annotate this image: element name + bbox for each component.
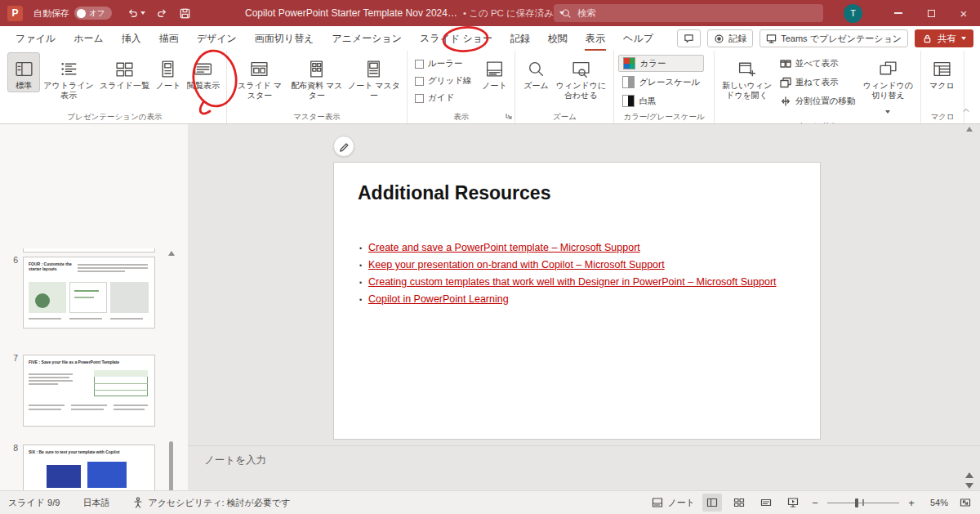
checkbox-icon[interactable] bbox=[415, 77, 424, 86]
grayscale-button[interactable]: グレースケール bbox=[618, 74, 704, 91]
tab-view[interactable]: 表示 bbox=[577, 26, 614, 51]
tab-transitions[interactable]: 画面切り替え bbox=[246, 26, 323, 51]
next-slide-button[interactable] bbox=[965, 483, 973, 489]
zoom-button[interactable]: ズーム bbox=[519, 52, 552, 92]
teams-present-button[interactable]: Teams でプレゼンテーション bbox=[760, 29, 908, 47]
redo-button[interactable] bbox=[156, 7, 168, 20]
restore-icon bbox=[928, 10, 935, 17]
zoom-out-button[interactable]: − bbox=[810, 497, 820, 509]
move-split-button[interactable]: 分割位置の移動 bbox=[776, 92, 860, 110]
fit-slide-to-window-button[interactable] bbox=[956, 494, 975, 512]
outline-view-button[interactable]: アウトライン表示 bbox=[40, 52, 97, 102]
notes-page-button[interactable]: ノート bbox=[152, 52, 185, 92]
tab-animations[interactable]: アニメーション bbox=[323, 26, 411, 51]
macros-button[interactable]: マクロ bbox=[925, 52, 958, 92]
save-status[interactable]: • この PC に保存済み bbox=[463, 7, 554, 20]
undo-dropdown-caret[interactable] bbox=[140, 11, 145, 15]
tab-home[interactable]: ホーム bbox=[65, 26, 113, 51]
notes-pane-button[interactable]: ノート bbox=[478, 52, 510, 92]
arrange-all-button[interactable]: 並べて表示 bbox=[776, 55, 860, 72]
search-box[interactable] bbox=[554, 4, 823, 22]
search-input[interactable] bbox=[577, 8, 816, 18]
ruler-checkbox[interactable]: ルーラー bbox=[415, 58, 471, 69]
hyperlink-on-brand-copilot[interactable]: Keep your presentation on-brand with Cop… bbox=[368, 259, 665, 270]
checkbox-icon[interactable] bbox=[415, 60, 424, 69]
zoom-slider[interactable] bbox=[827, 494, 899, 512]
tab-file[interactable]: ファイル bbox=[7, 26, 65, 51]
black-white-button[interactable]: 白黒 bbox=[618, 92, 704, 110]
save-button[interactable] bbox=[179, 7, 191, 20]
switch-windows-caret[interactable] bbox=[885, 102, 890, 117]
zoom-slider-thumb[interactable] bbox=[855, 498, 858, 507]
cascade-button[interactable]: 重ねて表示 bbox=[776, 74, 860, 91]
scroll-up-icon[interactable] bbox=[966, 127, 973, 132]
document-title[interactable]: Copilot PowerPoint Starter Template Nov … bbox=[245, 7, 564, 20]
powerpoint-logo-icon[interactable]: P bbox=[7, 6, 23, 21]
slide-thumbnail-panel: 6 FOUR : Customize the starter layouts 7… bbox=[0, 124, 188, 490]
new-window-button[interactable]: 新しいウィンドウを開く bbox=[719, 52, 776, 102]
tab-review[interactable]: 校閲 bbox=[539, 26, 577, 51]
lock-icon bbox=[922, 34, 933, 44]
tab-record[interactable]: 記録 bbox=[501, 26, 539, 51]
collapse-ribbon-button[interactable] bbox=[962, 103, 970, 118]
accessibility-checker[interactable]: アクセシビリティ: 検討が必要です bbox=[132, 497, 290, 509]
slide-5-thumbnail-edge[interactable] bbox=[23, 248, 155, 253]
slide-sorter-status-button[interactable] bbox=[729, 494, 749, 512]
slide-sorter-button[interactable]: スライド一覧 bbox=[97, 52, 152, 92]
tab-help[interactable]: ヘルプ bbox=[614, 26, 662, 51]
slide-number-indicator[interactable]: スライド 9/9 bbox=[8, 497, 60, 509]
share-button[interactable]: 共有 bbox=[915, 29, 973, 47]
switch-windows-button[interactable]: ウィンドウの切り替え bbox=[859, 52, 916, 118]
slide-canvas[interactable]: Additional Resources Create and save a P… bbox=[333, 162, 821, 440]
autosave-switch[interactable]: オフ bbox=[74, 7, 112, 20]
gridlines-checkbox[interactable]: グリッド線 bbox=[415, 75, 471, 87]
slide-7-thumbnail[interactable]: FIVE : Save your file as a PowerPoint Te… bbox=[23, 355, 155, 427]
normal-view-button[interactable]: 標準 bbox=[7, 52, 40, 92]
guides-checkbox[interactable]: ガイド bbox=[415, 92, 471, 104]
notes-master-button[interactable]: ノート マスター bbox=[345, 52, 403, 102]
switch-windows-icon bbox=[878, 56, 898, 81]
notes-toggle[interactable]: ノート bbox=[652, 497, 695, 509]
panel-scroll-up-icon[interactable] bbox=[168, 251, 175, 256]
autosave-toggle[interactable]: 自動保存 オフ bbox=[33, 7, 112, 20]
share-dropdown-caret[interactable] bbox=[961, 37, 966, 40]
zoom-level[interactable]: 54% bbox=[924, 498, 948, 507]
zoom-in-button[interactable]: + bbox=[906, 497, 916, 509]
tab-insert[interactable]: 挿入 bbox=[113, 26, 150, 51]
normal-view-status-button[interactable] bbox=[702, 494, 722, 512]
tab-draw[interactable]: 描画 bbox=[150, 26, 188, 51]
tab-design[interactable]: デザイン bbox=[188, 26, 246, 51]
autosave-label: 自動保存 bbox=[33, 7, 69, 20]
autosave-state: オフ bbox=[89, 8, 105, 19]
record-button[interactable]: 記録 bbox=[707, 29, 753, 47]
ink-pen-button[interactable] bbox=[333, 136, 354, 157]
hyperlink-copilot-learning[interactable]: Copilot in PowerPoint Learning bbox=[368, 293, 509, 305]
color-button[interactable]: カラー bbox=[618, 55, 704, 72]
user-avatar[interactable]: T bbox=[844, 4, 862, 23]
reading-view-status-button[interactable] bbox=[756, 494, 776, 512]
reading-view-button[interactable]: 閲覧表示 bbox=[185, 52, 222, 92]
minimize-button[interactable] bbox=[882, 0, 915, 26]
color-icon bbox=[623, 57, 635, 69]
hyperlink-create-save-template[interactable]: Create and save a PowerPoint template – … bbox=[368, 242, 640, 253]
slide-6-thumbnail[interactable]: FOUR : Customize the starter layouts bbox=[23, 257, 155, 329]
slide-title[interactable]: Additional Resources bbox=[358, 182, 550, 204]
notes-placeholder[interactable]: ノートを入力 bbox=[204, 454, 266, 467]
dialog-launcher-icon[interactable] bbox=[505, 112, 513, 122]
notes-pane[interactable]: ノートを入力 bbox=[188, 445, 980, 490]
previous-slide-button[interactable] bbox=[965, 472, 973, 478]
slide-editor-area: Additional Resources Create and save a P… bbox=[188, 124, 980, 490]
language-indicator[interactable]: 日本語 bbox=[82, 497, 109, 509]
undo-button[interactable] bbox=[127, 7, 145, 20]
slide-master-button[interactable]: スライド マスター bbox=[231, 52, 288, 102]
comments-button[interactable] bbox=[677, 29, 701, 47]
hyperlink-designer-templates[interactable]: Creating custom templates that work well… bbox=[368, 276, 777, 288]
tab-slideshow[interactable]: スライド ショー bbox=[411, 26, 501, 51]
handout-master-button[interactable]: 配布資料 マスター bbox=[288, 52, 345, 102]
restore-button[interactable] bbox=[915, 0, 947, 26]
outline-view-icon bbox=[59, 56, 79, 81]
checkbox-icon[interactable] bbox=[415, 94, 424, 103]
slideshow-status-button[interactable] bbox=[783, 494, 803, 512]
close-button[interactable]: × bbox=[947, 0, 980, 26]
fit-to-window-button[interactable]: ウィンドウに合わせる bbox=[552, 52, 609, 102]
